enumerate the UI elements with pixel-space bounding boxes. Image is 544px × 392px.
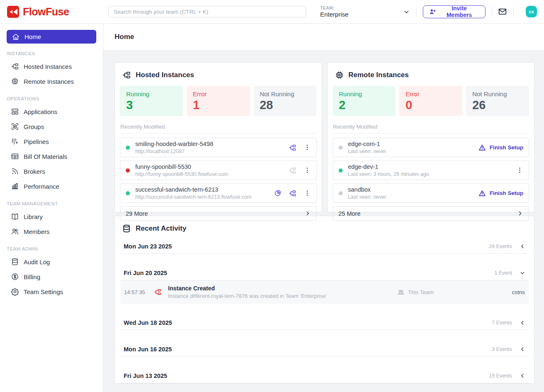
activity-group: Mon Jun 23 2025 24 Events xyxy=(120,239,529,254)
chevron-right-icon xyxy=(305,210,311,217)
chip-icon xyxy=(11,77,19,85)
content-area: Hosted Instances Running 3 Error 1 Not R… xyxy=(103,51,544,392)
divider xyxy=(513,6,514,17)
activity-event-row: 14:57:35 Instance Created Instance diffe… xyxy=(120,280,529,304)
remote-instance-row[interactable]: edge-dev-1 Last seen: 3 hours, 29 minute… xyxy=(333,161,529,180)
logo-text: FlowFuse xyxy=(23,6,69,18)
team-icon xyxy=(397,288,405,296)
divider xyxy=(120,133,317,134)
chevron-down-icon xyxy=(520,270,525,276)
user-avatar[interactable]: cs xyxy=(526,6,537,17)
sidebar-item-team-settings[interactable]: Team Settings xyxy=(7,284,96,299)
event-description: Instance different-royal-tern-7876 was c… xyxy=(168,293,327,299)
sidebar-item-brokers[interactable]: Brokers xyxy=(7,164,96,179)
activity-group-header[interactable]: Wed Jun 18 2025 7 Events xyxy=(120,316,529,330)
team-name: Enterprise xyxy=(320,11,348,18)
rss-icon xyxy=(11,167,19,175)
kebab-menu-button[interactable] xyxy=(304,167,311,174)
flowfuse-logo[interactable]: FlowFuse xyxy=(0,6,103,18)
invite-members-button[interactable]: Invite Members xyxy=(423,5,485,18)
activity-group-header[interactable]: Mon Jun 23 2025 24 Events xyxy=(120,239,529,254)
sidebar-section-team-management: TEAM MANAGEMENT xyxy=(7,201,96,206)
card-title: Recent Activity xyxy=(136,224,186,233)
stat-tile-running: Running 3 xyxy=(120,86,183,116)
kebab-menu-button[interactable] xyxy=(304,190,311,197)
flowfuse-app: FlowFuse TEAM: Enterprise Invite Members… xyxy=(0,0,544,392)
top-bar: FlowFuse TEAM: Enterprise Invite Members… xyxy=(0,0,544,24)
sidebar: Home INSTANCES Hosted Instances Remote I… xyxy=(0,24,103,392)
team-label: TEAM: xyxy=(320,5,348,10)
dashboard-button[interactable] xyxy=(274,190,281,197)
sidebar-item-members[interactable]: Members xyxy=(7,224,96,239)
remote-more-link[interactable]: 25 More xyxy=(333,206,529,221)
sidebar-item-bill-of-materials[interactable]: Bill Of Materials xyxy=(7,149,96,164)
envelope-icon xyxy=(498,7,507,16)
team-selector[interactable]: TEAM: Enterprise xyxy=(320,5,410,18)
recent-activity-card: Recent Activity Mon Jun 23 2025 24 Event… xyxy=(115,216,534,384)
instance-created-icon xyxy=(154,288,162,296)
kebab-menu-button[interactable] xyxy=(304,144,311,151)
chevron-right-icon xyxy=(517,210,523,217)
activity-group: Fri Jun 13 2025 15 Events xyxy=(120,369,529,383)
chevron-left-icon xyxy=(520,346,525,352)
sidebar-section-team-admin: TEAM ADMIN xyxy=(7,246,96,251)
notifications-button[interactable] xyxy=(498,7,507,16)
activity-group-header[interactable]: Fri Jun 13 2025 15 Events xyxy=(120,369,529,383)
event-user: cstns xyxy=(440,289,525,295)
sidebar-section-instances: INSTANCES xyxy=(7,51,96,56)
sidebar-item-home[interactable]: Home xyxy=(7,30,96,44)
activity-group-header[interactable]: Fri Jun 20 2025 1 Event xyxy=(120,266,529,280)
divider xyxy=(416,6,417,17)
kebab-menu-button[interactable] xyxy=(516,167,523,174)
status-dot-never-seen xyxy=(339,191,343,195)
hosted-more-link[interactable]: 29 More xyxy=(120,206,317,221)
warning-triangle-icon xyxy=(478,189,486,197)
finish-setup-button[interactable]: Finish Setup xyxy=(478,189,523,197)
recently-modified-label: Recently Modified xyxy=(333,124,529,130)
finish-setup-button[interactable]: Finish Setup xyxy=(478,144,523,152)
stat-tile-error: Error 0 xyxy=(399,86,462,116)
pipelines-icon xyxy=(11,137,19,146)
card-title: Remote Instances xyxy=(349,71,409,79)
sidebar-item-billing[interactable]: Billing xyxy=(7,269,96,284)
sidebar-item-groups[interactable]: Groups xyxy=(7,119,96,134)
groups-chip-icon xyxy=(11,122,19,131)
event-scope: This Team xyxy=(397,288,434,296)
stat-tile-not-running: Not Running 28 xyxy=(254,86,317,116)
divider xyxy=(333,133,529,134)
activity-group-header[interactable]: Mon Jun 16 2025 3 Events xyxy=(120,342,529,357)
open-editor-button[interactable] xyxy=(288,144,297,152)
sidebar-item-library[interactable]: Library xyxy=(7,209,96,224)
open-editor-button[interactable] xyxy=(288,189,297,197)
chevron-left-icon xyxy=(520,243,525,249)
search-input[interactable] xyxy=(108,6,306,17)
main-content: Home Hosted Instances Running 3 xyxy=(103,24,544,392)
gear-icon xyxy=(11,287,19,296)
chevron-left-icon xyxy=(520,373,525,379)
activity-group: Wed Jun 18 2025 7 Events xyxy=(120,316,529,330)
sidebar-item-applications[interactable]: Applications xyxy=(7,104,96,119)
remote-instance-row[interactable]: sandbox Last seen: never Finish Setup xyxy=(333,183,529,203)
activity-group: Mon Jun 16 2025 3 Events xyxy=(120,342,529,357)
bar-chart-icon xyxy=(11,182,19,190)
warning-triangle-icon xyxy=(478,144,486,152)
divider xyxy=(492,6,492,17)
hosted-instance-row[interactable]: funny-spoonbill-5530 http://funny-spoonb… xyxy=(120,161,317,180)
hosted-instance-row[interactable]: successful-sandwich-tern-6213 http://suc… xyxy=(120,183,317,203)
hosted-instances-icon xyxy=(11,62,19,71)
sidebar-item-hosted-instances[interactable]: Hosted Instances xyxy=(7,59,96,74)
hosted-instances-icon xyxy=(122,71,131,80)
users-icon xyxy=(11,227,19,236)
sidebar-item-performance[interactable]: Performance xyxy=(7,179,96,194)
stat-tile-error: Error 1 xyxy=(187,86,250,116)
sidebar-item-pipelines[interactable]: Pipelines xyxy=(7,134,96,149)
card-title: Hosted Instances xyxy=(136,71,194,79)
event-title: Instance Created xyxy=(168,285,327,292)
remote-instance-row[interactable]: edge-com-1 Last seen: never Finish Setup xyxy=(333,138,529,157)
sidebar-item-audit-log[interactable]: Audit Log xyxy=(7,254,96,269)
hosted-instance-row[interactable]: smiling-hooded-warbler-5498 http://local… xyxy=(120,138,317,157)
status-dot-running xyxy=(126,146,130,150)
sidebar-item-remote-instances[interactable]: Remote Instances xyxy=(7,74,96,89)
open-editor-icon-disabled xyxy=(288,166,297,175)
table-icon xyxy=(11,152,19,161)
